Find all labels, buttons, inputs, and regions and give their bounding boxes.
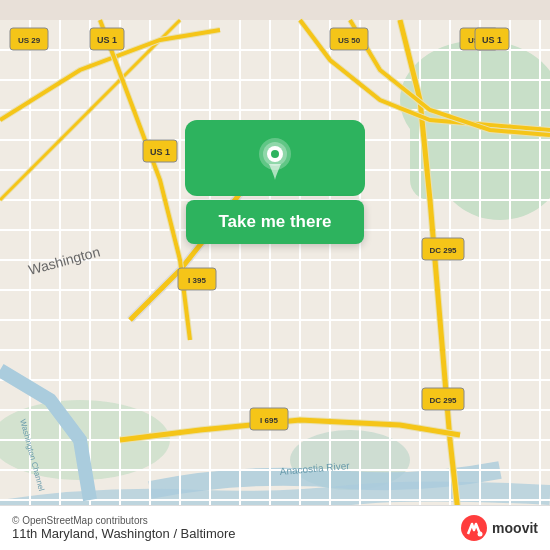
- svg-text:US 1: US 1: [97, 35, 117, 45]
- svg-point-70: [478, 532, 483, 537]
- svg-text:I 395: I 395: [188, 276, 206, 285]
- location-label: 11th Maryland, Washington / Baltimore: [12, 526, 236, 541]
- svg-text:I 695: I 695: [260, 416, 278, 425]
- bottom-bar: © OpenStreetMap contributors 11th Maryla…: [0, 505, 550, 550]
- moovit-icon: [460, 514, 488, 542]
- svg-text:US 1: US 1: [482, 35, 502, 45]
- svg-text:US 29: US 29: [18, 36, 41, 45]
- moovit-text: moovit: [492, 520, 538, 536]
- moovit-logo: moovit: [460, 514, 538, 542]
- svg-point-68: [271, 150, 279, 158]
- osm-credit: © OpenStreetMap contributors: [12, 515, 236, 526]
- svg-text:US 1: US 1: [150, 147, 170, 157]
- location-popup-card: [185, 120, 365, 196]
- svg-text:DC 295: DC 295: [429, 396, 457, 405]
- svg-text:US 50: US 50: [338, 36, 361, 45]
- location-pin-icon: [255, 136, 295, 184]
- map-container: Washington US 29 US 1 US 1 US 50 US 50 U…: [0, 0, 550, 550]
- take-me-there-button[interactable]: Take me there: [186, 200, 364, 244]
- svg-text:DC 295: DC 295: [429, 246, 457, 255]
